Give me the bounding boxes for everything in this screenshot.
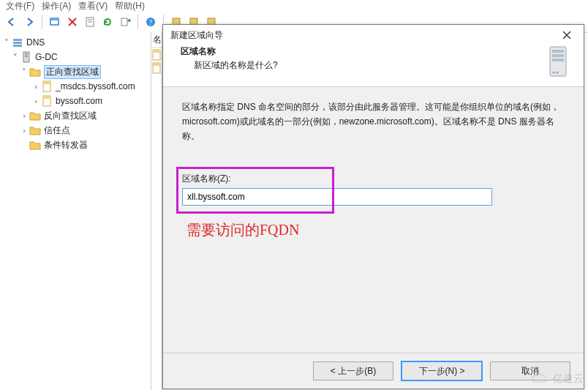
menu-file[interactable]: 文件(F)	[6, 0, 34, 12]
svg-rect-30	[552, 50, 564, 53]
forward-icon[interactable]	[22, 15, 37, 29]
separator	[137, 15, 138, 29]
svg-rect-15	[13, 45, 22, 47]
server-graphic-icon	[543, 44, 573, 80]
folder-icon	[29, 66, 41, 78]
next-button[interactable]: 下一步(N) >	[401, 361, 483, 381]
tree-zone-item[interactable]: › _msdcs.byssoft.com	[1, 79, 149, 94]
export-icon[interactable]	[118, 15, 132, 29]
annotation-text: 需要访问的FQDN	[186, 220, 565, 240]
tree-label: 信任点	[44, 124, 70, 137]
tree-label: 条件转发器	[44, 139, 88, 151]
tree-label: _msdcs.byssoft.com	[56, 81, 135, 91]
tree-label: 反向查找区域	[44, 110, 97, 122]
folder-icon	[29, 124, 41, 136]
svg-rect-26	[153, 63, 160, 66]
chevron-down-icon[interactable]: ˅	[1, 38, 12, 48]
tree-zone-item[interactable]: › byssoft.com	[1, 94, 149, 108]
svg-rect-22	[43, 96, 50, 99]
svg-rect-24	[153, 50, 160, 53]
menu-view[interactable]: 查看(V)	[78, 0, 108, 12]
folder-icon	[29, 110, 41, 121]
zone-name-label: 区域名称(Z):	[182, 173, 497, 185]
svg-rect-18	[25, 56, 28, 57]
new-window-icon[interactable]	[48, 15, 62, 29]
tree-label: DNS	[26, 37, 45, 48]
chevron-right-icon[interactable]: ›	[31, 82, 41, 91]
menu-help[interactable]: 帮助(H)	[115, 0, 145, 12]
wizard-heading: 区域名称	[181, 45, 537, 58]
tree-forward-zones[interactable]: ˅ 正向查找区域	[1, 64, 149, 79]
wizard-body: 区域名称指定 DNS 命名空间的部分，该部分由此服务器管理。这可能是你组织单位的…	[163, 86, 584, 353]
server-icon	[20, 51, 32, 63]
svg-rect-13	[13, 39, 22, 41]
svg-rect-32	[552, 59, 564, 61]
chevron-right-icon[interactable]: ›	[19, 126, 29, 135]
dialog-title: 新建区域向导	[170, 29, 553, 42]
folder-icon	[29, 139, 41, 151]
chevron-right-icon[interactable]: ›	[19, 111, 29, 120]
chevron-right-icon[interactable]: ›	[31, 97, 41, 105]
svg-rect-31	[552, 54, 564, 57]
wizard-description: 区域名称指定 DNS 命名空间的部分，该部分由此服务器管理。这可能是你组织单位的…	[182, 100, 565, 143]
svg-rect-17	[25, 53, 28, 55]
tree-server[interactable]: ˅ G-DC	[1, 50, 149, 64]
tree-trust-points[interactable]: › 信任点	[1, 123, 149, 138]
separator	[42, 15, 42, 29]
wizard-footer: < 上一步(B) 下一步(N) > 取消	[163, 353, 584, 389]
properties-icon[interactable]	[83, 15, 97, 29]
column-header[interactable]: 名	[151, 32, 162, 48]
menu-action[interactable]: 操作(A)	[42, 0, 71, 12]
tree-label: byssoft.com	[56, 96, 102, 106]
zone-icon	[41, 95, 53, 107]
zone-name-input[interactable]	[182, 188, 492, 206]
wizard-header: 区域名称 新区域的名称是什么?	[163, 45, 584, 86]
zone-icon[interactable]	[151, 49, 162, 61]
back-icon[interactable]	[4, 15, 19, 29]
delete-icon[interactable]	[65, 15, 80, 29]
refresh-icon[interactable]	[100, 15, 115, 29]
svg-point-33	[552, 71, 554, 73]
menu-bar[interactable]: 文件(F) 操作(A) 查看(V) 帮助(H)	[0, 0, 588, 12]
tree-pane[interactable]: ˅ DNS ˅ G-DC ˅ 正向查找区域	[0, 32, 151, 390]
dns-icon	[12, 37, 23, 48]
cancel-button[interactable]: 取消	[490, 361, 570, 380]
tree-root-dns[interactable]: ˅ DNS	[1, 35, 149, 50]
new-zone-wizard-dialog: 新建区域向导 区域名称 新区域的名称是什么? 区域名称指定 DNS 命名空间的部…	[162, 24, 584, 389]
zone-icon[interactable]	[151, 62, 162, 74]
tree-conditional-forwarders[interactable]: › 条件转发器	[1, 138, 149, 152]
chevron-down-icon[interactable]: ˅	[19, 67, 29, 77]
close-button[interactable]	[553, 27, 581, 43]
tree-reverse-zones[interactable]: › 反向查找区域	[1, 108, 149, 123]
svg-rect-14	[13, 42, 22, 44]
zone-icon	[41, 80, 53, 92]
help-icon[interactable]: ?	[143, 15, 158, 29]
tree-label: G-DC	[35, 52, 58, 62]
svg-text:?: ?	[149, 18, 153, 26]
wizard-subheading: 新区域的名称是什么?	[194, 59, 537, 72]
dialog-titlebar[interactable]: 新建区域向导	[163, 25, 584, 45]
back-button[interactable]: < 上一步(B)	[313, 361, 393, 380]
list-pane: 名	[151, 32, 162, 390]
svg-rect-7	[121, 18, 127, 26]
tree-label: 正向查找区域	[44, 65, 101, 79]
svg-point-34	[556, 71, 558, 73]
svg-rect-20	[43, 81, 50, 84]
svg-rect-1	[50, 18, 59, 20]
chevron-down-icon[interactable]: ˅	[10, 53, 20, 62]
